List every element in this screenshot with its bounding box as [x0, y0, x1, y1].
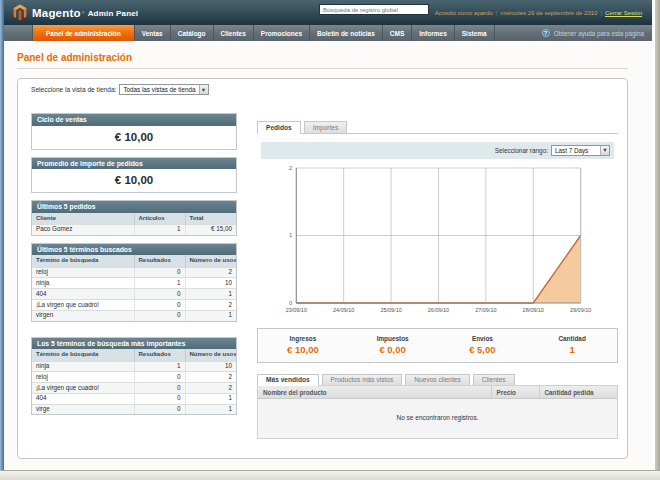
table-cell: virgen: [32, 310, 134, 320]
separator: |: [496, 10, 498, 16]
orders-chart: 01223/09/1024/09/1025/09/1026/09/1027/09…: [261, 162, 614, 312]
dashboard-box-los-5-terminos-de-busqueda-mas-importantes: Los 5 términos de búsqueda más important…: [31, 337, 237, 416]
box-table: ClienteArtículosTotalPaco Gomez1€ 15,00: [32, 213, 236, 235]
column-header-nombre-del-producto: Nombre del producto: [258, 386, 491, 399]
box-table: Término de búsquedaResultadosNúmero de u…: [32, 349, 236, 414]
total-cantidad: Cantidad1: [527, 335, 617, 355]
table-cell: 404: [32, 289, 134, 300]
dashboard-columns: Ciclo de ventas€ 10,00Promedio de import…: [31, 113, 618, 439]
nav-item-boletin-de-noticias[interactable]: Boletín de noticias: [310, 25, 383, 41]
tab-pedidos[interactable]: Pedidos: [257, 121, 301, 134]
table-cell: 1: [134, 224, 185, 234]
brand: Magento ® Admin Panel: [13, 4, 138, 21]
total-impuestos: Impuestos€ 0,00: [348, 335, 438, 355]
table-cell: ¡La virgen que cuadro!: [32, 383, 134, 394]
column-header-precio: Precio: [491, 386, 539, 399]
table-cell: reloj: [32, 372, 134, 383]
box-value: € 10,00: [32, 126, 236, 149]
table-row[interactable]: ¡La virgen que cuadro!02: [32, 300, 236, 311]
logout-link[interactable]: Cerrar Sesión: [605, 10, 642, 16]
magento-admin-page: Magento ® Admin Panel Accedió como apard…: [4, 0, 652, 471]
products-panel: Nombre del productoPrecioCantidad pedida…: [257, 385, 618, 439]
store-switcher: Seleccione la vista de tienda: Todas las…: [31, 84, 618, 95]
window-status-bar[interactable]: [0, 470, 660, 480]
tab-nuevos-clientes[interactable]: Nuevos clientes: [405, 374, 470, 386]
brand-suffix: Admin Panel: [88, 8, 139, 18]
tab-importes[interactable]: Importes: [304, 121, 348, 133]
tab-clientes[interactable]: Clientes: [473, 374, 515, 386]
table-cell: 1: [134, 278, 185, 289]
table-row[interactable]: reloj02: [32, 372, 236, 383]
column-header: Número de usos: [185, 255, 236, 267]
table-row[interactable]: 40401: [32, 393, 236, 404]
range-bar: Seleccionar rango: Last 7 Days ▼: [261, 142, 614, 159]
table-cell: 2: [185, 300, 236, 311]
nav-item-sistema[interactable]: Sistema: [455, 25, 495, 41]
table-cell: 1: [185, 310, 236, 320]
total-envios: Envíos€ 5,00: [438, 335, 528, 355]
chart-panel: Seleccionar rango: Last 7 Days ▼ 01223/0…: [257, 133, 618, 321]
nav-item-panel-de-administracion[interactable]: Panel de administración: [33, 25, 135, 41]
range-select[interactable]: Last 7 Days ▼: [551, 145, 610, 156]
table-cell: 2: [185, 267, 236, 278]
table-row[interactable]: Paco Gomez1€ 15,00: [32, 224, 236, 234]
table-row[interactable]: reloj02: [32, 267, 236, 278]
admin-header: Magento ® Admin Panel Accedió como apard…: [4, 0, 652, 25]
dashboard-box-ultimos-5-pedidos: Últimos 5 pedidosClienteArtículosTotalPa…: [31, 200, 237, 236]
main-nav: Panel de administraciónVentasCatálogoCli…: [4, 25, 652, 41]
table-cell: 2: [185, 383, 236, 394]
table-cell: ninja: [32, 278, 134, 289]
column-header: Número de usos: [185, 349, 236, 361]
column-header: Artículos: [134, 213, 185, 225]
table-row[interactable]: ninja110: [32, 278, 236, 289]
table-row[interactable]: virge01: [32, 404, 236, 414]
header-user-area: Accedió como apardo | miércoles 29 de se…: [435, 0, 642, 25]
box-title: Últimos 5 términos buscados: [32, 244, 236, 256]
table-row[interactable]: ninja110: [32, 361, 236, 372]
content-area: Panel de administración Seleccione la vi…: [4, 41, 652, 459]
table-cell: € 15,00: [185, 224, 236, 234]
column-header: Total: [185, 213, 236, 225]
dashboard-box-ciclo-de-ventas: Ciclo de ventas€ 10,00: [31, 113, 237, 150]
global-search-input[interactable]: [319, 4, 429, 15]
brand-name: Magento: [32, 7, 81, 19]
logged-in-as: Accedió como apardo: [435, 10, 493, 16]
tab-mas-vendidos[interactable]: Más vendidos: [257, 374, 319, 387]
nav-item-catalogo[interactable]: Catálogo: [171, 25, 214, 41]
store-switcher-select[interactable]: Todas las vistas de tienda ▼: [119, 84, 208, 95]
nav-item-ventas[interactable]: Ventas: [135, 25, 171, 41]
column-header: Resultados: [134, 349, 185, 361]
chevron-down-icon: ▼: [199, 85, 208, 94]
magento-logo-icon: [13, 4, 27, 21]
box-table: Término de búsquedaResultadosNúmero de u…: [32, 255, 236, 320]
nav-item-informes[interactable]: Informes: [412, 25, 454, 41]
svg-text:23/09/10: 23/09/10: [286, 306, 307, 311]
table-cell: 1: [185, 404, 236, 414]
table-row[interactable]: ¡La virgen que cuadro!02: [32, 383, 236, 394]
table-row[interactable]: virgen01: [32, 310, 236, 320]
table-row[interactable]: 40401: [32, 289, 236, 300]
page-title: Panel de administración: [17, 52, 628, 69]
tab-productos-mas-vistos[interactable]: Productos más vistos: [322, 374, 403, 386]
nav-lead-space: [4, 25, 33, 41]
svg-text:0: 0: [289, 299, 293, 305]
empty-table-message: No se encontraron registros.: [258, 399, 617, 438]
table-cell: 1: [185, 289, 236, 300]
table-cell: 0: [134, 310, 185, 320]
nav-item-promociones[interactable]: Promociones: [254, 25, 310, 41]
header-date: miércoles 29 de septiembre de 2010: [500, 10, 597, 16]
nav-item-clientes[interactable]: Clientes: [214, 25, 254, 41]
dashboard-container: Seleccione la vista de tienda: Todas las…: [17, 78, 628, 459]
table-cell: 1: [134, 361, 185, 372]
svg-text:28/09/10: 28/09/10: [523, 306, 544, 311]
dashboard-right-column: PedidosImportes Seleccionar rango: Last …: [257, 113, 618, 439]
column-header: Término de búsqueda: [32, 349, 134, 361]
nav-item-cms[interactable]: CMS: [383, 25, 412, 41]
help-link[interactable]: ? Obtener ayuda para esta página: [542, 25, 644, 41]
table-cell: ninja: [32, 361, 134, 372]
dashboard-box-promedio-de-importe-de-pedidos: Promedio de importe de pedidos€ 10,00: [31, 157, 237, 194]
table-cell: 10: [185, 278, 236, 289]
table-cell: 2: [185, 372, 236, 383]
column-header-cantidad-pedida: Cantidad pedida: [539, 386, 617, 399]
product-tabs: Más vendidosProductos más vistosNuevos c…: [257, 374, 618, 386]
